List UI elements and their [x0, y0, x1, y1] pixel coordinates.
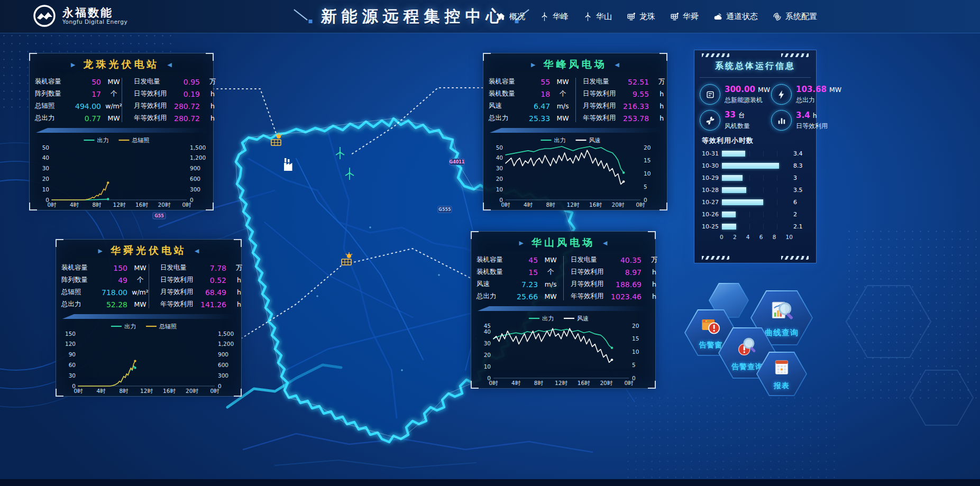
- station-title-row: ▶龙珠光伏电站◀: [30, 53, 213, 74]
- axis-tick: 10: [42, 186, 49, 192]
- stat-row: 月等效利用68.49h: [155, 286, 254, 298]
- stat-unit: MW: [541, 256, 560, 264]
- axis-tick: 40: [42, 154, 49, 161]
- stat-value: 18: [529, 90, 553, 98]
- stat-row: 日发电量52.51万: [578, 76, 676, 88]
- stat-value: 150: [102, 264, 131, 272]
- stat-unit: 个: [541, 268, 560, 277]
- stat-row: 装机容量50MW: [30, 76, 129, 88]
- axis-tick: 8时: [534, 380, 544, 386]
- stat-unit: 个: [131, 276, 150, 285]
- logo-title: 永福数能: [62, 7, 127, 19]
- stat-value: 55: [529, 78, 553, 86]
- system-stat-label: 总出力: [796, 96, 841, 105]
- title-arrow-left-icon: ▶: [519, 240, 524, 246]
- system-stat-value: 103.68: [796, 85, 827, 94]
- bar-track: [722, 187, 791, 193]
- equiv-hours-title: 等效利用小时数: [702, 136, 816, 145]
- stat-value: 52.51: [623, 78, 652, 86]
- stat-label: 日发电量: [583, 77, 623, 86]
- nav-item-label: 概况: [509, 12, 525, 22]
- stat-unit: MW: [131, 264, 150, 272]
- nav-item-system-config[interactable]: 系统配置: [772, 12, 817, 22]
- title-arrow-right-icon: ◀: [603, 240, 607, 246]
- stat-unit: h: [230, 288, 249, 296]
- axis-tick: 20: [496, 176, 503, 182]
- stat-label: 装机容量: [489, 77, 529, 86]
- panel-corner: [471, 231, 479, 239]
- nav-item-huafeng[interactable]: 华峰: [539, 12, 569, 22]
- axis-tick: 120: [65, 341, 76, 347]
- stat-value: 7.23: [517, 280, 541, 289]
- nav-item-huashun[interactable]: 华舜: [670, 12, 699, 22]
- bar-fill: [722, 163, 779, 169]
- axis-tick: 20时: [612, 201, 625, 208]
- bar-axis-tick: 4: [746, 234, 750, 240]
- system-stat: 3.4h日等效利用: [771, 110, 841, 131]
- alarm-window-icon: [700, 315, 722, 340]
- stat-value: 188.69: [611, 280, 645, 289]
- stat-value: 40.35: [611, 256, 645, 264]
- stat-value: 45: [517, 256, 541, 264]
- hex-button-label: 告警窗: [699, 341, 723, 350]
- stat-label: 风速: [477, 280, 517, 289]
- stat-label: 日等效利用: [160, 276, 200, 285]
- equiv-hours-bar-chart: 10-313.410-308.310-29310-283.510-27610-2…: [694, 148, 816, 233]
- title-arrow-left-icon: ▶: [98, 247, 103, 254]
- road-badge-label: G4011: [450, 160, 465, 164]
- chart-series: [506, 150, 624, 184]
- stat-value: 49: [102, 276, 131, 285]
- axis-tick: 30: [496, 165, 503, 171]
- axis-tick: 90: [69, 351, 76, 357]
- station-panel-huashun: ▶华舜光伏电站◀装机容量150MW阵列数量49个总辐照718.00w/m²总出力…: [56, 239, 242, 397]
- stat-label: 月等效利用: [134, 102, 174, 111]
- stat-row: 装机容量150MW: [56, 262, 155, 274]
- system-stat-label: 风机数量: [725, 122, 750, 131]
- bar-track: [722, 175, 791, 181]
- station-panel-longzhu: ▶龙珠光伏电站◀装机容量50MW阵列数量17个总辐照494.00w/m²总出力0…: [29, 53, 214, 210]
- axis-tick: 10: [632, 349, 639, 355]
- axis-tick: 1,500: [190, 144, 206, 151]
- axis-tick: 30: [484, 340, 491, 346]
- stat-label: 装机容量: [477, 255, 517, 264]
- chart-series: [52, 182, 108, 200]
- stat-label: 阵列数量: [35, 89, 75, 98]
- axis-tick: 20: [484, 352, 491, 358]
- hex-button-label: 曲线查询: [765, 328, 799, 338]
- equiv-hours-bar-row: 10-276: [694, 196, 816, 208]
- axis-tick: 600: [218, 362, 228, 368]
- fan-icon: [700, 110, 720, 131]
- nav-item-longzhu[interactable]: 龙珠: [626, 12, 655, 22]
- hex-button-label: 报表: [774, 381, 790, 391]
- chart-series: [78, 366, 135, 386]
- stat-label: 日等效利用: [134, 89, 174, 98]
- stat-label: 装机容量: [35, 77, 75, 86]
- bar-fill: [722, 224, 736, 230]
- axis-tick: 0时: [624, 380, 634, 386]
- nav-item-huashan[interactable]: 华山: [583, 12, 612, 22]
- stat-row: 总辐照718.00w/m²: [56, 286, 155, 298]
- system-stat-label: 总新能源装机: [725, 96, 770, 105]
- top-header: 永福数能 Yongfu Digital Energy 新能源远程集控中心 概况华…: [0, 0, 980, 33]
- panel-corner: [234, 389, 242, 397]
- stat-label: 总出力: [477, 292, 517, 301]
- bar-track: [722, 199, 791, 205]
- nav-item-channel-status[interactable]: 通道状态: [713, 12, 758, 22]
- stat-label: 装机数量: [477, 268, 517, 277]
- chart-legend-label: 风速: [589, 137, 601, 144]
- bar-date-label: 10-27: [702, 199, 722, 206]
- decor-hex-outline: [846, 286, 973, 425]
- stat-unit: 万: [230, 263, 249, 272]
- stat-label: 风速: [489, 102, 529, 111]
- bar-date-label: 10-29: [702, 175, 722, 181]
- stat-row: 年等效利用1023.46h: [565, 290, 669, 302]
- axis-tick: 12时: [555, 380, 567, 386]
- nav-item-overview[interactable]: 概况: [496, 12, 525, 22]
- stat-value: 17: [75, 90, 104, 98]
- stat-row: 总出力25.33MW: [483, 112, 578, 124]
- bar-track: [722, 151, 791, 157]
- chart-legend-label: 出力: [554, 137, 566, 144]
- axis-tick: 12时: [140, 388, 153, 394]
- system-stat-label: 日等效利用: [796, 122, 828, 131]
- equiv-hours-bar-row: 10-308.3: [694, 160, 816, 172]
